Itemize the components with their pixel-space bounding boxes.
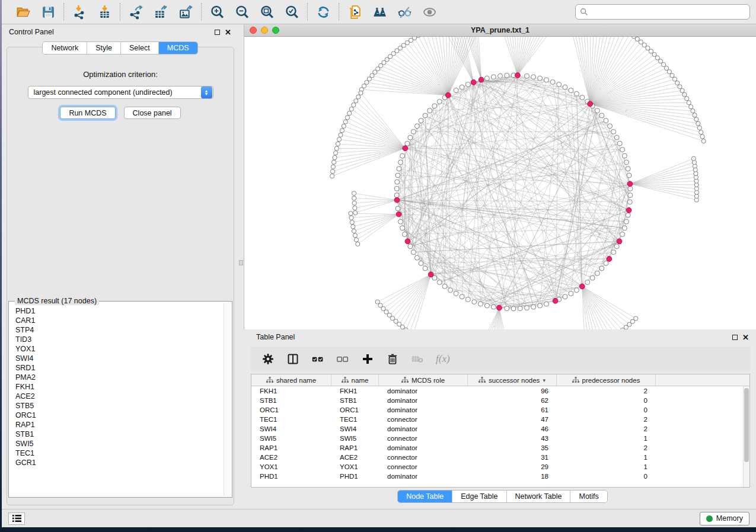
- leaf-node[interactable]: [670, 73, 674, 78]
- ring-node[interactable]: [525, 73, 529, 78]
- deselect-all-button[interactable]: [336, 352, 349, 366]
- ring-node[interactable]: [531, 75, 536, 79]
- ring-node[interactable]: [624, 160, 629, 165]
- leaf-node[interactable]: [682, 92, 687, 97]
- tab-select[interactable]: Select: [121, 42, 159, 54]
- memory-button[interactable]: Memory: [700, 512, 749, 525]
- column-header-MCDS-role[interactable]: MCDS role: [379, 374, 468, 386]
- zoom-fit-button[interactable]: [259, 4, 275, 20]
- leaf-node[interactable]: [354, 99, 358, 103]
- leaf-node[interactable]: [350, 220, 354, 225]
- leaf-node[interactable]: [699, 130, 703, 134]
- mcds-node[interactable]: [607, 257, 612, 262]
- save-session-button[interactable]: [40, 4, 56, 20]
- leaf-node[interactable]: [352, 191, 356, 196]
- leaf-node[interactable]: [697, 126, 701, 130]
- import-table-button[interactable]: [96, 4, 113, 20]
- leaf-node[interactable]: [330, 169, 334, 174]
- leaf-node[interactable]: [404, 328, 408, 329]
- leaf-node[interactable]: [349, 216, 353, 220]
- ring-node[interactable]: [626, 166, 630, 171]
- ring-node[interactable]: [622, 226, 627, 230]
- export-image-button[interactable]: [177, 4, 194, 20]
- show-details-button[interactable]: [421, 4, 438, 20]
- ring-node[interactable]: [595, 271, 599, 275]
- leaf-node[interactable]: [701, 139, 706, 143]
- leaf-node[interactable]: [685, 97, 689, 101]
- birdseye-view-button[interactable]: [371, 4, 388, 20]
- close-panel-button[interactable]: Close panel: [124, 107, 181, 119]
- ring-node[interactable]: [604, 118, 608, 123]
- ring-node[interactable]: [525, 306, 529, 310]
- close-table-panel-icon[interactable]: ✕: [742, 334, 749, 341]
- mcds-result-item[interactable]: PMA2: [10, 373, 224, 382]
- ring-node[interactable]: [569, 88, 573, 93]
- ring-node[interactable]: [620, 232, 625, 237]
- ring-node[interactable]: [544, 302, 549, 306]
- mcds-node[interactable]: [445, 92, 451, 98]
- ring-node[interactable]: [611, 129, 616, 134]
- ring-node[interactable]: [531, 305, 536, 309]
- zoom-selected-button[interactable]: [283, 4, 300, 20]
- ring-node[interactable]: [620, 148, 625, 152]
- ring-node[interactable]: [465, 82, 470, 87]
- delete-column-button[interactable]: [411, 352, 424, 366]
- ring-node[interactable]: [491, 75, 496, 79]
- delete-row-button[interactable]: [386, 352, 399, 366]
- ring-node[interactable]: [460, 294, 464, 299]
- leaf-node[interactable]: [336, 142, 340, 146]
- ring-node[interactable]: [608, 124, 613, 129]
- leaf-node[interactable]: [352, 103, 356, 107]
- ring-node[interactable]: [544, 78, 549, 82]
- ring-node[interactable]: [437, 280, 442, 285]
- ring-node[interactable]: [595, 108, 599, 113]
- optimization-criterion-dropdown[interactable]: largest connected component (undirected)…: [28, 86, 213, 99]
- tab-motifs[interactable]: Motifs: [570, 491, 607, 502]
- ring-node[interactable]: [395, 206, 400, 211]
- ring-node[interactable]: [563, 85, 567, 89]
- leaf-node[interactable]: [696, 121, 700, 126]
- leaf-node[interactable]: [333, 155, 337, 159]
- ring-node[interactable]: [505, 306, 509, 311]
- leaf-node[interactable]: [353, 206, 357, 210]
- leaf-node[interactable]: [352, 196, 356, 200]
- ring-node[interactable]: [405, 141, 410, 146]
- ring-node[interactable]: [538, 76, 543, 81]
- ring-node[interactable]: [465, 297, 470, 302]
- leaf-node[interactable]: [652, 52, 656, 56]
- mcds-node[interactable]: [479, 77, 484, 82]
- leaf-node[interactable]: [694, 117, 698, 121]
- table-row[interactable]: YOX1YOX1connector291: [251, 462, 749, 472]
- export-network-button[interactable]: [127, 4, 144, 20]
- ring-node[interactable]: [398, 160, 403, 165]
- tab-mcds[interactable]: MCDS: [159, 42, 197, 54]
- ring-node[interactable]: [518, 306, 522, 311]
- leaf-node[interactable]: [356, 242, 360, 246]
- leaf-node[interactable]: [680, 88, 684, 92]
- leaf-node[interactable]: [691, 109, 695, 113]
- ring-node[interactable]: [437, 100, 442, 104]
- ring-node[interactable]: [484, 76, 489, 81]
- mcds-result-item[interactable]: YOX1: [10, 344, 224, 354]
- splitter-grip[interactable]: [239, 260, 243, 265]
- mcds-node[interactable]: [515, 73, 521, 78]
- table-row[interactable]: TEC1TEC1connector472: [251, 415, 749, 424]
- leaf-node[interactable]: [631, 37, 636, 39]
- ring-node[interactable]: [394, 186, 399, 191]
- leaf-node[interactable]: [353, 233, 357, 238]
- import-network-button[interactable]: [71, 4, 88, 20]
- leaf-node[interactable]: [331, 165, 335, 169]
- tab-node-table[interactable]: Node Table: [398, 491, 452, 502]
- leaf-node[interactable]: [353, 211, 358, 215]
- leaf-node[interactable]: [649, 49, 653, 53]
- hide-details-button[interactable]: [396, 4, 413, 20]
- leaf-node[interactable]: [689, 105, 693, 109]
- add-row-button[interactable]: [361, 352, 374, 366]
- ring-node[interactable]: [432, 104, 437, 108]
- tab-network[interactable]: Network: [43, 42, 87, 54]
- vertical-splitter[interactable]: [238, 24, 244, 509]
- close-panel-icon[interactable]: ✕: [225, 28, 231, 36]
- ring-node[interactable]: [448, 288, 453, 293]
- mcds-node[interactable]: [497, 305, 502, 310]
- tab-style[interactable]: Style: [87, 42, 121, 54]
